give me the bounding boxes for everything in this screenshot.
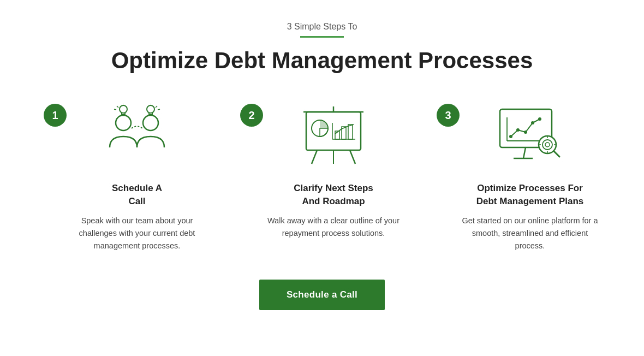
step-3-icon-area [494, 101, 565, 172]
svg-point-38 [531, 121, 534, 124]
svg-line-27 [312, 150, 317, 164]
svg-line-12 [117, 106, 118, 108]
green-divider [300, 36, 344, 38]
svg-point-0 [116, 115, 131, 130]
step-3-description: Get started on our online platform for a… [460, 215, 600, 253]
step-1-description: Speak with our team about your challenge… [67, 215, 207, 253]
main-title: Optimize Debt Management Processes [111, 48, 533, 74]
svg-line-31 [523, 147, 526, 158]
svg-point-1 [120, 105, 127, 113]
svg-point-37 [524, 130, 527, 134]
step-2-title: Clarify Next Steps And Roadmap [294, 182, 373, 208]
svg-rect-26 [348, 124, 353, 139]
step-3-content: Optimize Processes For Debt Management P… [460, 101, 600, 252]
step-3-title: Optimize Processes For Debt Management P… [476, 182, 584, 208]
step-number-3: 3 [437, 104, 460, 127]
step-1-icon-area [102, 101, 172, 172]
svg-line-28 [350, 150, 355, 164]
presentation-chart-icon [301, 104, 366, 169]
step-2-description: Walk away with a clear outline of your r… [263, 215, 404, 240]
svg-point-36 [516, 128, 520, 132]
step-number-1: 1 [44, 104, 67, 127]
svg-point-6 [143, 115, 158, 130]
step-2-icon-area [298, 101, 369, 172]
svg-line-16 [158, 109, 160, 110]
svg-line-43 [554, 151, 559, 157]
svg-line-13 [114, 109, 116, 110]
schedule-call-button[interactable]: Schedule a Call [259, 280, 385, 310]
step-1-content: Schedule A Call Speak with our team abou… [67, 101, 207, 252]
svg-point-7 [147, 105, 154, 113]
step-2: 2 [240, 101, 404, 240]
step-number-2: 2 [240, 104, 263, 127]
step-2-content: Clarify Next Steps And Roadmap Walk away… [263, 101, 404, 240]
steps-container: 1 [33, 101, 611, 252]
subtitle: 3 Simple Steps To [287, 22, 357, 32]
svg-point-39 [538, 117, 541, 121]
svg-line-15 [156, 106, 157, 108]
monitor-analytics-icon [497, 104, 563, 169]
svg-point-35 [509, 135, 512, 138]
page-container: 3 Simple Steps To Optimize Debt Manageme… [0, 0, 644, 356]
two-heads-idea-icon [104, 104, 170, 169]
step-1: 1 [44, 101, 207, 252]
step-3: 3 [437, 101, 600, 252]
step-1-title: Schedule A Call [112, 182, 162, 208]
